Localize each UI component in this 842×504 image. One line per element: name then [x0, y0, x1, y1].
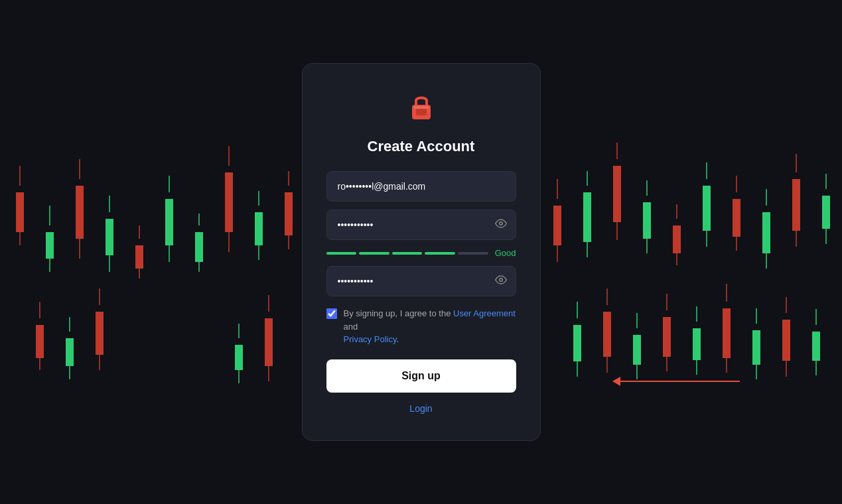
- svg-rect-46: [703, 186, 711, 231]
- strength-bar-2: [359, 252, 389, 255]
- svg-rect-85: [235, 345, 243, 370]
- svg-rect-31: [553, 206, 561, 245]
- svg-rect-82: [96, 312, 104, 355]
- terms-checkbox[interactable]: [326, 308, 337, 319]
- strength-bars: [326, 252, 488, 255]
- page-title: Create Account: [368, 138, 475, 155]
- arrow-head: [612, 377, 620, 386]
- svg-rect-112: [782, 320, 790, 361]
- terms-checkbox-row: By signing up, I agree to the User Agree…: [326, 307, 516, 346]
- svg-rect-94: [603, 312, 611, 357]
- user-agreement-link[interactable]: User Agreement: [453, 308, 516, 318]
- svg-rect-119: [413, 106, 429, 109]
- svg-rect-10: [105, 219, 113, 255]
- svg-rect-115: [812, 332, 820, 361]
- svg-rect-76: [36, 325, 44, 358]
- password-strength-row: Good: [326, 248, 516, 258]
- svg-rect-4: [46, 232, 54, 259]
- terms-label: By signing up, I agree to the User Agree…: [344, 307, 516, 346]
- svg-rect-22: [225, 172, 233, 232]
- signup-button[interactable]: Sign up: [326, 359, 516, 393]
- password-input[interactable]: [326, 210, 516, 240]
- privacy-policy-link[interactable]: Privacy Policy: [344, 334, 397, 344]
- strength-bar-5: [458, 252, 488, 255]
- svg-rect-40: [643, 202, 651, 239]
- svg-rect-1: [16, 192, 24, 232]
- confirm-password-toggle-icon[interactable]: [495, 274, 507, 288]
- svg-rect-100: [663, 317, 671, 357]
- arrow-line: [620, 381, 740, 382]
- svg-rect-7: [76, 186, 84, 239]
- confirm-password-input-wrapper: [326, 266, 516, 296]
- svg-rect-52: [762, 212, 770, 253]
- svg-rect-118: [416, 109, 427, 115]
- svg-rect-43: [673, 225, 681, 253]
- password-input-wrapper: [326, 210, 516, 240]
- app-logo-icon: [404, 90, 439, 138]
- strength-bar-4: [425, 252, 455, 255]
- arrow-annotation: [612, 377, 740, 386]
- svg-rect-49: [733, 199, 740, 237]
- strength-bar-3: [392, 252, 423, 255]
- confirm-password-input[interactable]: [326, 266, 516, 296]
- svg-rect-34: [583, 192, 591, 242]
- svg-rect-88: [265, 318, 273, 366]
- strength-label: Good: [495, 248, 516, 258]
- login-link[interactable]: Login: [409, 403, 432, 414]
- svg-rect-103: [693, 328, 701, 360]
- create-account-modal: Create Account Good: [302, 63, 541, 441]
- svg-rect-97: [633, 335, 641, 365]
- svg-point-121: [499, 279, 502, 282]
- svg-rect-28: [285, 192, 293, 235]
- svg-rect-91: [573, 325, 581, 361]
- email-input-wrapper: [326, 171, 516, 202]
- strength-bar-1: [326, 252, 357, 255]
- svg-rect-109: [752, 330, 760, 365]
- password-toggle-icon[interactable]: [495, 218, 507, 232]
- svg-rect-58: [822, 196, 830, 229]
- svg-rect-79: [66, 338, 74, 366]
- svg-rect-13: [135, 245, 143, 269]
- svg-rect-25: [255, 212, 263, 245]
- email-input[interactable]: [326, 171, 516, 202]
- svg-rect-16: [165, 199, 173, 245]
- svg-rect-19: [195, 232, 203, 262]
- svg-point-120: [499, 222, 502, 225]
- svg-rect-37: [613, 166, 621, 222]
- svg-rect-106: [723, 308, 731, 358]
- svg-rect-55: [792, 179, 800, 231]
